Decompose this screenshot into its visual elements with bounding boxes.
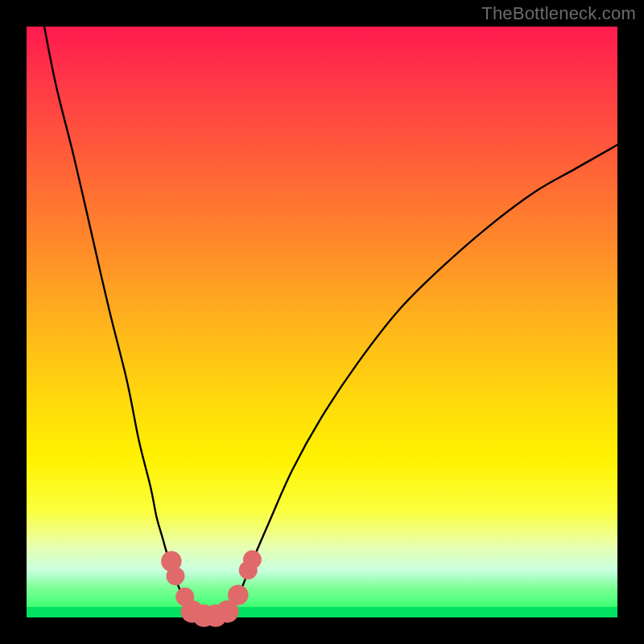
- curve-markers: [161, 551, 262, 627]
- curve-marker: [243, 551, 262, 569]
- curve-marker: [228, 584, 248, 605]
- curve-group: [44, 27, 617, 617]
- bottleneck-curve: [44, 27, 617, 617]
- curve-marker: [166, 567, 184, 585]
- watermark-text: TheBottleneck.com: [481, 3, 636, 24]
- chart-svg: [27, 27, 617, 617]
- chart-frame: TheBottleneck.com: [0, 0, 644, 644]
